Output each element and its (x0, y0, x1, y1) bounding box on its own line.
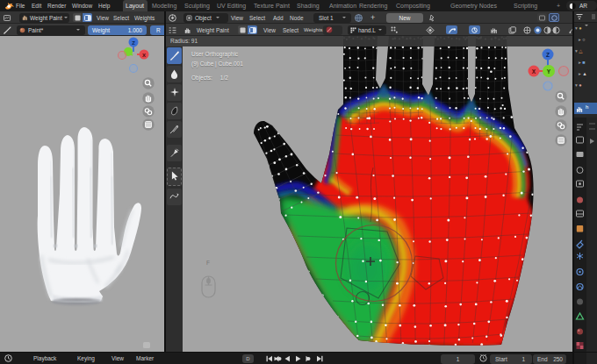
svg-text:X: X (532, 68, 536, 75)
svg-text:F: F (206, 260, 210, 266)
svg-text:Z: Z (546, 52, 550, 58)
svg-text:X: X (142, 53, 146, 58)
svg-text:Z: Z (132, 40, 135, 46)
svg-text:Y: Y (547, 68, 551, 75)
